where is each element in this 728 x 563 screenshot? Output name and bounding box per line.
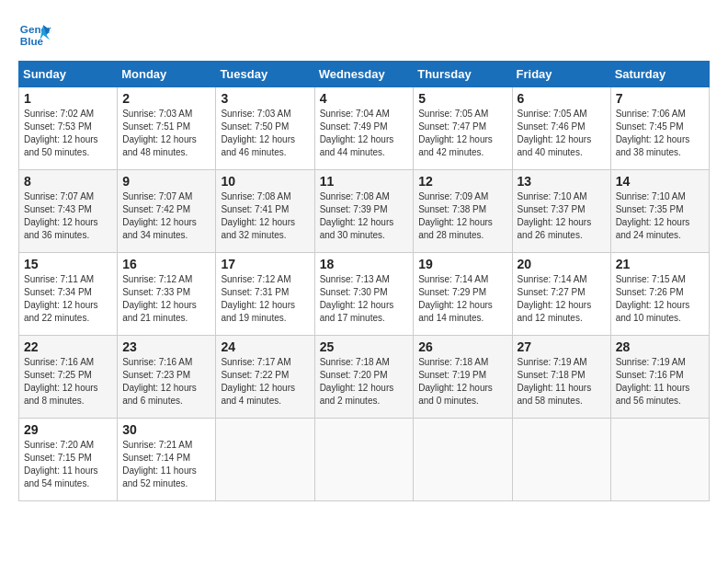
calendar-cell: 17Sunrise: 7:12 AMSunset: 7:31 PMDayligh… — [216, 253, 314, 336]
day-number: 2 — [122, 91, 210, 106]
day-number: 11 — [320, 174, 409, 189]
day-info: Sunrise: 7:08 AMSunset: 7:39 PMDaylight:… — [320, 190, 409, 242]
day-number: 8 — [24, 174, 112, 189]
day-number: 17 — [221, 257, 309, 271]
calendar-cell: 21Sunrise: 7:15 AMSunset: 7:26 PMDayligh… — [610, 253, 709, 336]
calendar-week-3: 15Sunrise: 7:11 AMSunset: 7:34 PMDayligh… — [19, 253, 710, 336]
day-number: 26 — [418, 339, 506, 354]
day-number: 20 — [518, 257, 606, 271]
day-number: 23 — [122, 339, 210, 354]
calendar-cell: 20Sunrise: 7:14 AMSunset: 7:27 PMDayligh… — [512, 253, 610, 336]
calendar-cell: 14Sunrise: 7:10 AMSunset: 7:35 PMDayligh… — [610, 170, 709, 253]
day-info: Sunrise: 7:07 AMSunset: 7:42 PMDaylight:… — [122, 190, 210, 242]
calendar-cell: 16Sunrise: 7:12 AMSunset: 7:33 PMDayligh… — [118, 253, 216, 336]
calendar-cell — [314, 419, 414, 501]
day-number: 13 — [518, 174, 606, 189]
day-number: 24 — [221, 339, 309, 354]
day-info: Sunrise: 7:10 AMSunset: 7:35 PMDaylight:… — [616, 190, 704, 242]
header-friday: Friday — [512, 62, 610, 87]
calendar-cell: 24Sunrise: 7:17 AMSunset: 7:22 PMDayligh… — [216, 336, 314, 419]
day-info: Sunrise: 7:19 AMSunset: 7:16 PMDaylight:… — [616, 356, 704, 408]
header-thursday: Thursday — [414, 62, 512, 87]
day-info: Sunrise: 7:19 AMSunset: 7:18 PMDaylight:… — [518, 356, 606, 408]
calendar-cell: 8Sunrise: 7:07 AMSunset: 7:43 PMDaylight… — [19, 170, 118, 253]
day-number: 15 — [24, 257, 112, 271]
calendar-cell: 13Sunrise: 7:10 AMSunset: 7:37 PMDayligh… — [512, 170, 610, 253]
calendar-cell: 5Sunrise: 7:05 AMSunset: 7:47 PMDaylight… — [414, 87, 512, 170]
day-info: Sunrise: 7:21 AMSunset: 7:14 PMDaylight:… — [122, 439, 210, 490]
day-number: 21 — [616, 257, 704, 271]
day-info: Sunrise: 7:20 AMSunset: 7:15 PMDaylight:… — [24, 439, 112, 490]
day-info: Sunrise: 7:05 AMSunset: 7:47 PMDaylight:… — [418, 108, 506, 159]
day-info: Sunrise: 7:16 AMSunset: 7:25 PMDaylight:… — [24, 356, 112, 408]
logo: General Blue — [18, 18, 55, 52]
day-info: Sunrise: 7:11 AMSunset: 7:34 PMDaylight:… — [24, 273, 112, 325]
calendar-cell — [216, 419, 314, 501]
calendar-week-2: 8Sunrise: 7:07 AMSunset: 7:43 PMDaylight… — [19, 170, 710, 253]
calendar-cell: 28Sunrise: 7:19 AMSunset: 7:16 PMDayligh… — [610, 336, 709, 419]
calendar-table: SundayMondayTuesdayWednesdayThursdayFrid… — [18, 61, 710, 501]
day-info: Sunrise: 7:07 AMSunset: 7:43 PMDaylight:… — [24, 190, 112, 242]
day-number: 19 — [418, 257, 506, 271]
calendar-cell: 27Sunrise: 7:19 AMSunset: 7:18 PMDayligh… — [512, 336, 610, 419]
day-info: Sunrise: 7:15 AMSunset: 7:26 PMDaylight:… — [616, 273, 704, 325]
calendar-cell: 19Sunrise: 7:14 AMSunset: 7:29 PMDayligh… — [414, 253, 512, 336]
day-info: Sunrise: 7:10 AMSunset: 7:37 PMDaylight:… — [518, 190, 606, 242]
calendar-cell: 1Sunrise: 7:02 AMSunset: 7:53 PMDaylight… — [19, 87, 118, 170]
calendar-cell: 12Sunrise: 7:09 AMSunset: 7:38 PMDayligh… — [414, 170, 512, 253]
calendar-cell: 6Sunrise: 7:05 AMSunset: 7:46 PMDaylight… — [512, 87, 610, 170]
day-info: Sunrise: 7:03 AMSunset: 7:51 PMDaylight:… — [122, 108, 210, 159]
calendar-cell: 22Sunrise: 7:16 AMSunset: 7:25 PMDayligh… — [19, 336, 118, 419]
day-info: Sunrise: 7:17 AMSunset: 7:22 PMDaylight:… — [221, 356, 309, 408]
calendar-header-row: SundayMondayTuesdayWednesdayThursdayFrid… — [19, 62, 710, 87]
day-number: 18 — [320, 257, 409, 271]
calendar-cell: 23Sunrise: 7:16 AMSunset: 7:23 PMDayligh… — [118, 336, 216, 419]
header-tuesday: Tuesday — [216, 62, 314, 87]
calendar-cell: 30Sunrise: 7:21 AMSunset: 7:14 PMDayligh… — [118, 419, 216, 501]
day-info: Sunrise: 7:16 AMSunset: 7:23 PMDaylight:… — [122, 356, 210, 408]
header-sunday: Sunday — [19, 62, 118, 87]
day-number: 14 — [616, 174, 704, 189]
day-number: 5 — [418, 91, 506, 106]
day-info: Sunrise: 7:05 AMSunset: 7:46 PMDaylight:… — [518, 108, 606, 159]
day-number: 7 — [616, 91, 704, 106]
header-monday: Monday — [118, 62, 216, 87]
header-saturday: Saturday — [610, 62, 709, 87]
calendar-cell — [414, 419, 512, 501]
day-number: 3 — [221, 91, 309, 106]
calendar-cell: 4Sunrise: 7:04 AMSunset: 7:49 PMDaylight… — [314, 87, 414, 170]
day-info: Sunrise: 7:03 AMSunset: 7:50 PMDaylight:… — [221, 108, 309, 159]
day-info: Sunrise: 7:18 AMSunset: 7:19 PMDaylight:… — [418, 356, 506, 408]
calendar-cell: 26Sunrise: 7:18 AMSunset: 7:19 PMDayligh… — [414, 336, 512, 419]
day-number: 12 — [418, 174, 506, 189]
day-number: 25 — [320, 339, 409, 354]
calendar-cell: 29Sunrise: 7:20 AMSunset: 7:15 PMDayligh… — [19, 419, 118, 501]
day-info: Sunrise: 7:04 AMSunset: 7:49 PMDaylight:… — [320, 108, 409, 159]
day-info: Sunrise: 7:12 AMSunset: 7:31 PMDaylight:… — [221, 273, 309, 325]
day-info: Sunrise: 7:14 AMSunset: 7:27 PMDaylight:… — [518, 273, 606, 325]
calendar-week-1: 1Sunrise: 7:02 AMSunset: 7:53 PMDaylight… — [19, 87, 710, 170]
day-info: Sunrise: 7:14 AMSunset: 7:29 PMDaylight:… — [418, 273, 506, 325]
day-number: 30 — [122, 422, 210, 437]
calendar-cell: 9Sunrise: 7:07 AMSunset: 7:42 PMDaylight… — [118, 170, 216, 253]
day-number: 10 — [221, 174, 309, 189]
day-number: 6 — [518, 91, 606, 106]
day-number: 16 — [122, 257, 210, 271]
calendar-week-5: 29Sunrise: 7:20 AMSunset: 7:15 PMDayligh… — [19, 419, 710, 501]
day-info: Sunrise: 7:09 AMSunset: 7:38 PMDaylight:… — [418, 190, 506, 242]
calendar-cell: 25Sunrise: 7:18 AMSunset: 7:20 PMDayligh… — [314, 336, 414, 419]
day-number: 27 — [518, 339, 606, 354]
day-number: 4 — [320, 91, 409, 106]
calendar-cell — [512, 419, 610, 501]
day-info: Sunrise: 7:12 AMSunset: 7:33 PMDaylight:… — [122, 273, 210, 325]
day-number: 1 — [24, 91, 112, 106]
calendar-cell: 18Sunrise: 7:13 AMSunset: 7:30 PMDayligh… — [314, 253, 414, 336]
day-info: Sunrise: 7:06 AMSunset: 7:45 PMDaylight:… — [616, 108, 704, 159]
header-wednesday: Wednesday — [314, 62, 414, 87]
day-number: 9 — [122, 174, 210, 189]
day-info: Sunrise: 7:08 AMSunset: 7:41 PMDaylight:… — [221, 190, 309, 242]
day-number: 29 — [24, 422, 112, 437]
calendar-cell: 7Sunrise: 7:06 AMSunset: 7:45 PMDaylight… — [610, 87, 709, 170]
day-number: 28 — [616, 339, 704, 354]
calendar-cell: 2Sunrise: 7:03 AMSunset: 7:51 PMDaylight… — [118, 87, 216, 170]
